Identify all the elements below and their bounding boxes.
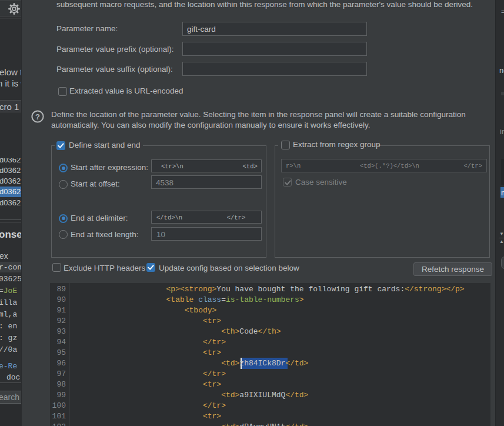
svg-text:?: ?	[35, 112, 40, 121]
